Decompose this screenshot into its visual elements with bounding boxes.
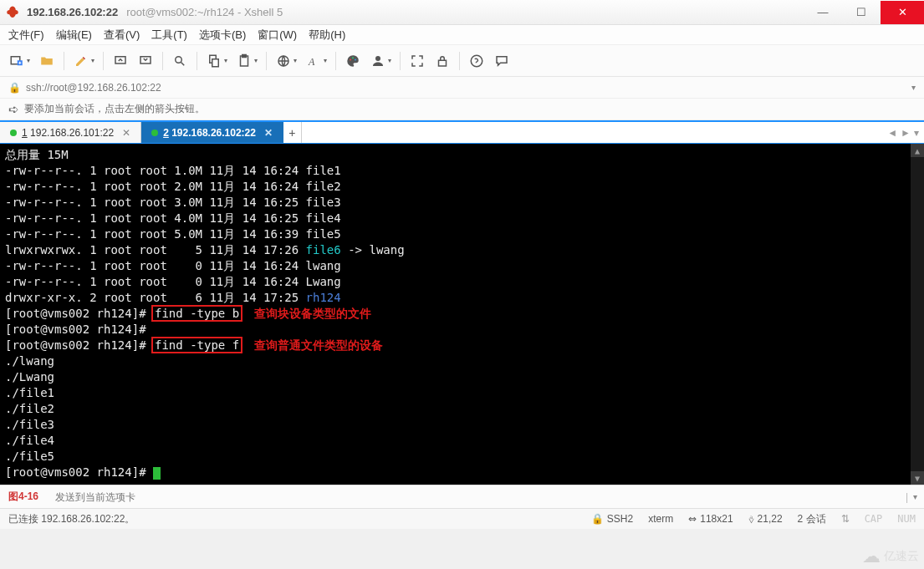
dropdown-caret-icon[interactable]: ▾ <box>224 57 227 64</box>
chat-icon[interactable] <box>490 49 513 73</box>
status-dot-icon <box>151 130 158 136</box>
terminal-line: ./file4 <box>5 433 919 449</box>
minimize-button[interactable]: — <box>804 1 842 24</box>
status-dot-icon <box>10 130 17 136</box>
title-bar: 192.168.26.102:22 root@vms002:~/rh124 - … <box>0 0 924 25</box>
status-num: NUM <box>897 513 916 525</box>
composer-separator: | <box>906 491 908 503</box>
hint-text: 要添加当前会话，点击左侧的箭头按钮。 <box>24 102 205 116</box>
cursor-icon <box>153 467 161 480</box>
toolbar-separator <box>266 52 267 70</box>
composer-dropdown-icon[interactable]: ▾ <box>913 492 917 501</box>
address-dropdown-icon[interactable]: ▾ <box>911 83 916 92</box>
terminal-line: -rw-r--r--. 1 root root 2.0M 11月 14 16:2… <box>5 179 919 195</box>
dropdown-caret-icon[interactable]: ▾ <box>91 57 94 64</box>
user-icon[interactable] <box>366 49 390 73</box>
reconnect-icon[interactable] <box>109 49 132 73</box>
app-icon <box>5 5 20 20</box>
copy-icon[interactable] <box>202 49 226 73</box>
hint-arrow-icon[interactable]: ➪ <box>8 102 19 117</box>
tab-prev-icon[interactable]: ◄ <box>887 127 897 139</box>
tab-session-2[interactable]: 2 192.168.26.102:22 ✕ <box>141 122 283 143</box>
terminal-line: 总用量 15M <box>5 147 919 163</box>
toolbar-separator <box>335 52 336 70</box>
dropdown-caret-icon[interactable]: ▾ <box>294 57 297 64</box>
dropdown-caret-icon[interactable]: ▾ <box>324 57 327 64</box>
tab-menu-icon[interactable]: ▾ <box>914 127 919 139</box>
svg-text:A: A <box>308 55 315 67</box>
dropdown-caret-icon[interactable]: ▾ <box>388 57 391 64</box>
status-ssh: 🔒 SSH2 <box>591 513 633 525</box>
status-cursor: ⎀ 21,22 <box>748 513 783 525</box>
paste-icon[interactable] <box>232 49 256 73</box>
terminal-line: ./file3 <box>5 417 919 433</box>
tab-next-icon[interactable]: ► <box>901 127 911 139</box>
dropdown-caret-icon[interactable]: ▾ <box>254 57 258 64</box>
svg-point-4 <box>176 56 182 63</box>
svg-point-11 <box>350 58 351 60</box>
status-updown-icon[interactable]: ⇅ <box>841 513 850 525</box>
annotation-1: 查询块设备类型的文件 <box>254 307 371 320</box>
tab-label: 1 192.168.26.101:22 <box>22 127 114 139</box>
scroll-up-icon[interactable]: ▲ <box>911 144 924 157</box>
tab-close-icon[interactable]: ✕ <box>264 127 273 139</box>
svg-point-14 <box>375 56 380 61</box>
terminal-line: drwxr-xr-x. 2 root root 6 11月 14 17:25 r… <box>5 290 919 306</box>
disconnect-icon[interactable] <box>134 49 157 73</box>
annotation-2: 查询普通文件类型的设备 <box>254 338 383 352</box>
maximize-button[interactable]: ☐ <box>842 1 881 24</box>
svg-rect-15 <box>439 60 447 66</box>
svg-point-13 <box>355 58 356 60</box>
terminal-line: ./Lwang <box>5 369 919 385</box>
terminal-line: ./lwang <box>5 353 919 369</box>
terminal-line: -rw-r--r--. 1 root root 1.0M 11月 14 16:2… <box>5 163 919 179</box>
menu-edit[interactable]: 编辑(E) <box>56 28 92 43</box>
palette-icon[interactable] <box>341 49 365 73</box>
font-icon[interactable]: A <box>302 49 325 73</box>
new-window-icon[interactable] <box>5 49 28 73</box>
terminal-line: -rw-r--r--. 1 root root 0 11月 14 16:24 l… <box>5 258 919 274</box>
toolbar-separator <box>400 52 401 70</box>
menu-tabs[interactable]: 选项卡(B) <box>199 28 246 43</box>
terminal-line: ./file2 <box>5 401 919 417</box>
terminal-line: [root@vms002 rh124]# find -type b查询块设备类型… <box>5 306 919 322</box>
edit-icon[interactable] <box>69 49 93 73</box>
tab-close-icon[interactable]: ✕ <box>122 127 130 139</box>
find-icon[interactable] <box>168 49 191 73</box>
terminal-scrollbar[interactable]: ▲ ▼ <box>911 144 924 485</box>
dir-name: rh124 <box>306 291 341 304</box>
scroll-down-icon[interactable]: ▼ <box>911 471 924 485</box>
window-buttons: — ☐ ✕ <box>804 1 924 24</box>
svg-rect-2 <box>115 56 125 63</box>
title-host: 192.168.26.102:22 <box>27 6 118 18</box>
address-url[interactable]: ssh://root@192.168.26.102:22 <box>26 82 161 94</box>
add-tab-button[interactable]: + <box>283 122 302 143</box>
toolbar-separator <box>103 52 104 70</box>
close-button[interactable]: ✕ <box>881 1 924 24</box>
terminal-line: -rw-r--r--. 1 root root 3.0M 11月 14 16:2… <box>5 195 919 211</box>
tab-session-1[interactable]: 1 192.168.26.101:22 ✕ <box>0 122 141 143</box>
open-icon[interactable] <box>35 49 59 73</box>
title-subtitle: root@vms002:~/rh124 - Xshell 5 <box>126 6 283 18</box>
menu-window[interactable]: 窗口(W) <box>258 28 297 43</box>
help-icon[interactable] <box>465 49 488 73</box>
address-bar: 🔒 ssh://root@192.168.26.102:22 ▾ <box>0 77 924 99</box>
lock-icon[interactable] <box>431 49 454 73</box>
terminal-line: lrwxrwxrwx. 1 root root 5 11月 14 17:26 f… <box>5 242 919 258</box>
menu-view[interactable]: 查看(V) <box>104 28 140 43</box>
composer-input[interactable] <box>55 491 901 503</box>
figure-label: 图4-16 <box>8 490 38 504</box>
dropdown-caret-icon[interactable]: ▾ <box>27 57 30 64</box>
menu-tools[interactable]: 工具(T) <box>151 28 187 43</box>
status-connected: 已连接 192.168.26.102:22。 <box>8 512 135 526</box>
terminal-prompt: [root@vms002 rh124]# <box>5 465 919 480</box>
highlight-command-2: find -type f <box>151 337 242 353</box>
terminal[interactable]: 总用量 15M -rw-r--r--. 1 root root 1.0M 11月… <box>0 144 924 485</box>
globe-icon[interactable] <box>272 49 295 73</box>
status-bar: 已连接 192.168.26.102:22。 🔒 SSH2 xterm ⇔ 11… <box>0 508 924 529</box>
scroll-track[interactable] <box>911 157 924 471</box>
menu-help[interactable]: 帮助(H) <box>309 28 345 43</box>
menu-file[interactable]: 文件(F) <box>8 28 44 43</box>
tab-nav-end: ◄ ► ▾ <box>882 122 924 143</box>
fullscreen-icon[interactable] <box>406 49 429 73</box>
